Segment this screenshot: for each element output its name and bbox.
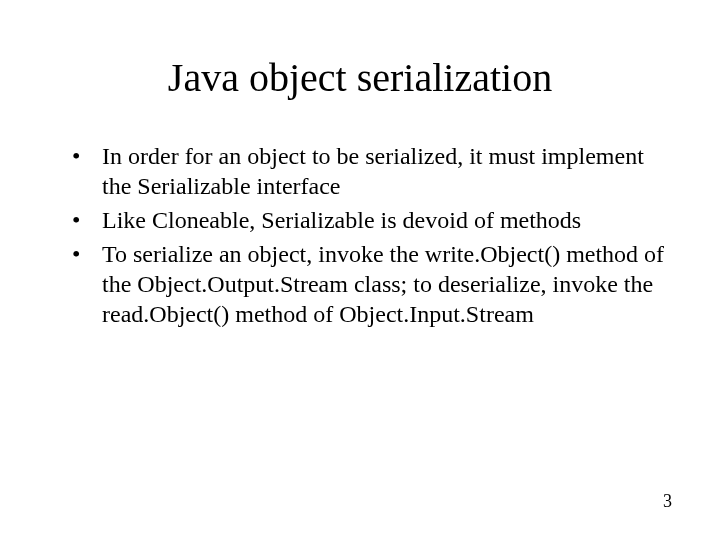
- list-item: In order for an object to be serialized,…: [72, 141, 672, 201]
- bullet-list: In order for an object to be serialized,…: [48, 141, 672, 329]
- slide: Java object serialization In order for a…: [0, 0, 720, 540]
- page-number: 3: [663, 491, 672, 512]
- list-item: To serialize an object, invoke the write…: [72, 239, 672, 329]
- slide-title: Java object serialization: [48, 54, 672, 101]
- list-item: Like Cloneable, Serializable is devoid o…: [72, 205, 672, 235]
